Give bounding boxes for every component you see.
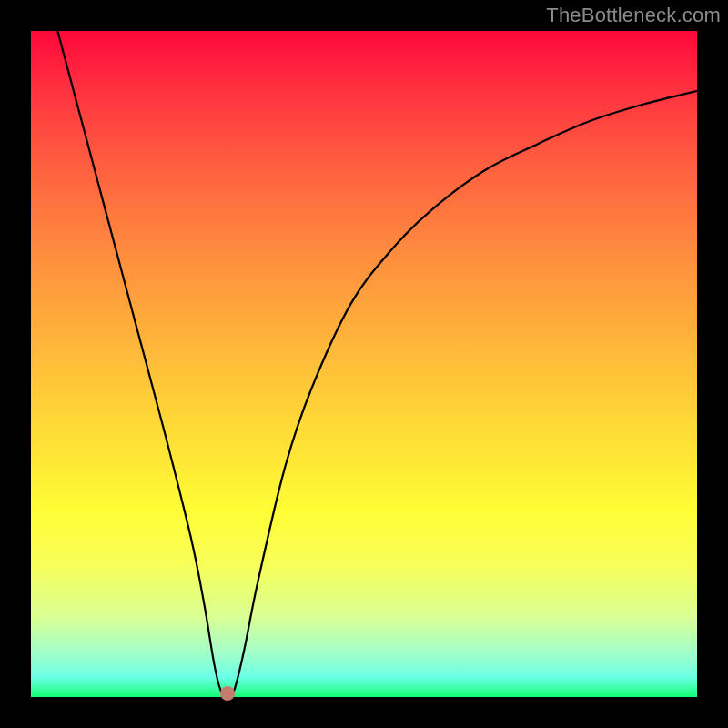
curve-layer: [31, 31, 697, 697]
bottleneck-curve: [57, 31, 697, 694]
watermark-text: TheBottleneck.com: [546, 4, 721, 27]
marker-dot: [220, 686, 235, 701]
plot-area: [31, 31, 697, 697]
chart-frame: TheBottleneck.com: [0, 0, 728, 728]
